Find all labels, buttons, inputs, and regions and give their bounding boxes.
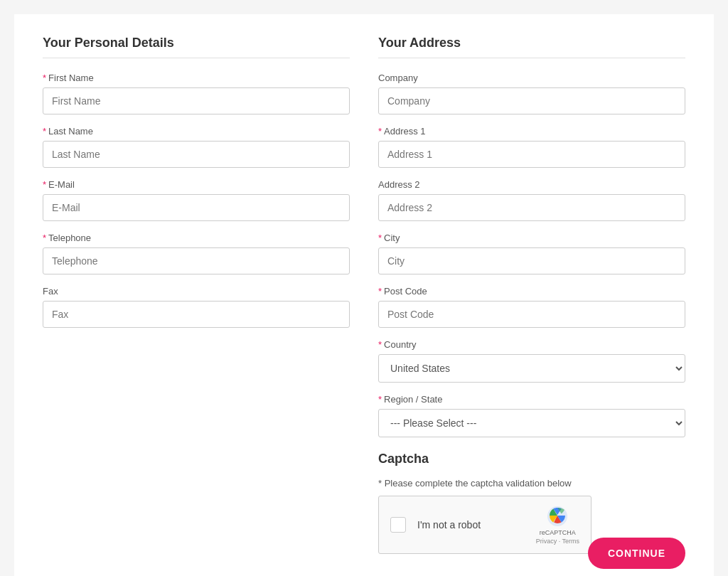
postcode-input[interactable] xyxy=(378,301,685,328)
city-group: *City xyxy=(378,233,685,274)
address2-label: Address 2 xyxy=(378,179,685,190)
last-name-input[interactable] xyxy=(43,141,350,168)
address1-group: *Address 1 xyxy=(378,126,685,168)
personal-details-title: Your Personal Details xyxy=(43,36,350,58)
captcha-links: Privacy · Terms xyxy=(536,538,579,545)
telephone-label: *Telephone xyxy=(43,233,350,243)
captcha-brand: reCAPTCHA xyxy=(540,529,576,536)
first-name-label: *First Name xyxy=(43,73,350,83)
continue-button[interactable]: CONTINUE xyxy=(588,538,685,569)
recaptcha-icon xyxy=(546,505,569,528)
address1-label: *Address 1 xyxy=(378,126,685,137)
captcha-checkbox[interactable] xyxy=(390,517,406,533)
region-group: *Region / State --- Please Select --- Ca… xyxy=(378,394,685,437)
telephone-input[interactable] xyxy=(43,247,350,274)
country-group: *Country United States United Kingdom Ca… xyxy=(378,339,685,383)
fax-input[interactable] xyxy=(43,301,350,328)
postcode-group: *Post Code xyxy=(378,286,685,328)
address-section: Your Address Company *Address 1 Address … xyxy=(378,36,685,554)
captcha-logo: reCAPTCHA Privacy · Terms xyxy=(536,505,579,545)
first-name-input[interactable] xyxy=(43,87,350,114)
first-name-group: *First Name xyxy=(43,73,350,114)
region-label: *Region / State xyxy=(378,394,685,405)
personal-details-section: Your Personal Details *First Name *Last … xyxy=(43,36,350,554)
captcha-title: Captcha xyxy=(378,452,685,466)
country-label: *Country xyxy=(378,339,685,350)
page-container: Your Personal Details *First Name *Last … xyxy=(14,14,714,576)
company-input[interactable] xyxy=(378,87,685,114)
telephone-group: *Telephone xyxy=(43,233,350,274)
company-group: Company xyxy=(378,73,685,114)
fax-group: Fax xyxy=(43,286,350,328)
email-group: *E-Mail xyxy=(43,179,350,221)
address-title: Your Address xyxy=(378,36,685,58)
email-label: *E-Mail xyxy=(43,179,350,190)
last-name-group: *Last Name xyxy=(43,126,350,168)
last-name-label: *Last Name xyxy=(43,126,350,137)
address2-input[interactable] xyxy=(378,194,685,221)
country-select[interactable]: United States United Kingdom Canada Aust… xyxy=(378,354,685,383)
form-wrapper: Your Personal Details *First Name *Last … xyxy=(43,36,685,554)
captcha-box: I'm not a robot reCAPTCHA Privacy xyxy=(378,496,592,554)
postcode-label: *Post Code xyxy=(378,286,685,297)
company-label: Company xyxy=(378,73,685,83)
fax-label: Fax xyxy=(43,286,350,297)
city-input[interactable] xyxy=(378,247,685,274)
captcha-text: I'm not a robot xyxy=(417,519,525,530)
captcha-label: * Please complete the captcha validation… xyxy=(378,478,685,489)
city-label: *City xyxy=(378,233,685,243)
region-select[interactable]: --- Please Select --- California New Yor… xyxy=(378,409,685,437)
address2-group: Address 2 xyxy=(378,179,685,221)
address1-input[interactable] xyxy=(378,141,685,168)
email-input[interactable] xyxy=(43,194,350,221)
